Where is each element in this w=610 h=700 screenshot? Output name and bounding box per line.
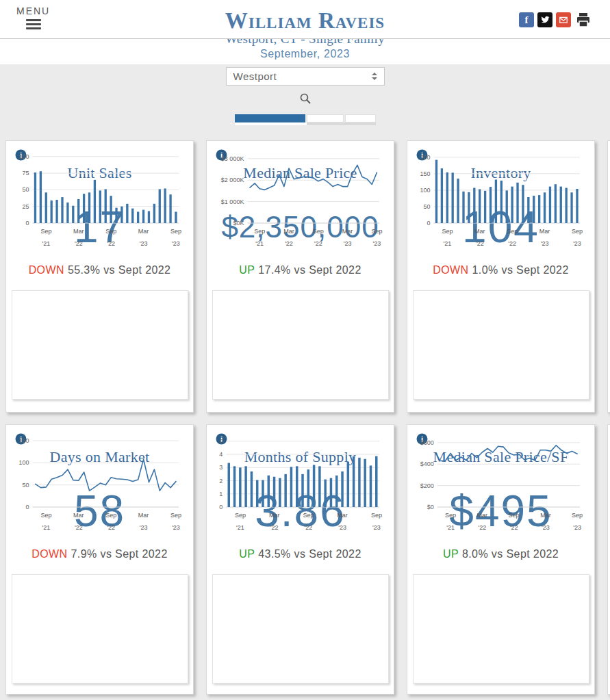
- svg-text:Mar: Mar: [73, 512, 84, 519]
- svg-text:Mar: Mar: [73, 228, 84, 235]
- svg-text:Sep: Sep: [254, 228, 265, 235]
- info-icon[interactable]: i 012345Sep'21Mar'22Sep'22Mar'23Sep'23: [216, 433, 384, 536]
- social-icons: f: [519, 12, 592, 27]
- change-direction: UP: [239, 264, 255, 276]
- svg-text:'22: '22: [305, 524, 313, 531]
- svg-text:Sep: Sep: [235, 512, 246, 519]
- svg-text:0: 0: [219, 504, 223, 510]
- svg-text:Sep: Sep: [40, 512, 51, 519]
- twitter-icon[interactable]: [537, 12, 552, 27]
- svg-text:'22: '22: [476, 240, 484, 247]
- svg-text:'22: '22: [270, 524, 279, 531]
- stat-card-partial: [607, 424, 610, 695]
- svg-text:Sep: Sep: [313, 228, 324, 235]
- region-select[interactable]: Westport: [226, 67, 385, 86]
- info-icon[interactable]: i $0$200$400$600Sep'21Mar'22Sep'22Mar'23…: [416, 433, 585, 536]
- svg-text:$0: $0: [427, 504, 434, 510]
- svg-text:Sep: Sep: [371, 228, 382, 235]
- stat-card-partial: [607, 140, 610, 413]
- search-icon[interactable]: [299, 92, 312, 105]
- progress-segment: [345, 114, 375, 122]
- card-change: UP8.0% vs Sept 2022: [407, 548, 594, 560]
- svg-text:$200: $200: [420, 482, 434, 489]
- svg-text:25: 25: [23, 203, 29, 210]
- svg-text:Mar: Mar: [283, 228, 294, 235]
- report-location: Westport, CT - Single Family: [0, 39, 610, 46]
- card-change: UP17.4% vs Sept 2022: [207, 264, 394, 276]
- change-direction: UP: [443, 548, 459, 560]
- svg-text:'23: '23: [172, 524, 180, 531]
- chart-svg: [12, 578, 218, 680]
- svg-text:Sep: Sep: [170, 228, 181, 235]
- svg-text:Sep: Sep: [303, 512, 314, 519]
- svg-text:'21: '21: [255, 240, 264, 247]
- card-row-2: i 050100150Sep'21Mar'22Sep'22Mar'23Sep'2…: [5, 424, 610, 695]
- svg-text:Mar: Mar: [539, 228, 550, 235]
- svg-text:$2 000K: $2 000K: [221, 177, 244, 183]
- info-icon[interactable]: i 050100150200Sep'21Mar'22Sep'22Mar'23Se…: [416, 149, 585, 252]
- svg-text:Sep: Sep: [445, 512, 456, 519]
- svg-text:Sep: Sep: [40, 228, 51, 235]
- svg-text:200: 200: [420, 154, 431, 161]
- svg-text:0: 0: [26, 504, 29, 510]
- svg-text:Mar: Mar: [269, 512, 280, 519]
- svg-text:Sep: Sep: [105, 512, 116, 519]
- stat-card: i $0$200$400$600Sep'21Mar'22Sep'22Mar'23…: [407, 424, 595, 695]
- svg-text:Sep: Sep: [572, 512, 583, 519]
- svg-text:150: 150: [420, 170, 431, 177]
- svg-text:'22: '22: [75, 240, 83, 247]
- svg-text:100: 100: [19, 459, 29, 466]
- svg-text:'23: '23: [140, 524, 148, 531]
- svg-text:100: 100: [420, 187, 431, 194]
- change-direction: UP: [239, 548, 255, 560]
- svg-text:2: 2: [219, 478, 223, 484]
- svg-text:'22: '22: [107, 240, 115, 247]
- card-row-1: i 0255075100Sep'21Mar'22Sep'22Mar'23Sep'…: [5, 140, 610, 413]
- chart-svg: [414, 578, 610, 680]
- info-icon[interactable]: i 0255075100Sep'21Mar'22Sep'22Mar'23Sep'…: [15, 149, 183, 252]
- svg-text:Mar: Mar: [474, 228, 485, 235]
- change-text: 43.5% vs Sept 2022: [258, 548, 361, 560]
- change-direction: DOWN: [433, 264, 468, 276]
- svg-text:5: 5: [219, 438, 223, 445]
- change-text: 55.3% vs Sept 2022: [68, 264, 170, 276]
- progress-segments: [235, 114, 376, 122]
- select-stepper-icon: [372, 73, 377, 80]
- mini-chart: [413, 290, 589, 400]
- info-icon[interactable]: i $0K$1 000K$2 000K$3 000KSep'21Mar'22Se…: [216, 149, 384, 252]
- svg-text:'23: '23: [373, 240, 381, 247]
- svg-text:'23: '23: [344, 240, 352, 247]
- svg-text:75: 75: [23, 170, 29, 177]
- svg-text:4: 4: [219, 451, 223, 458]
- info-icon[interactable]: i 050100150Sep'21Mar'22Sep'22Mar'23Sep'2…: [15, 433, 183, 536]
- stat-card: i 012345Sep'21Mar'22Sep'22Mar'23Sep'23 M…: [206, 424, 394, 695]
- card-change: DOWN7.9% vs Sept 2022: [6, 548, 193, 560]
- svg-text:Mar: Mar: [477, 512, 488, 519]
- report-subtitle: Westport, CT - Single Family September, …: [0, 39, 610, 64]
- location-clip: Westport, CT - Single Family: [0, 39, 610, 46]
- svg-text:'21: '21: [42, 524, 51, 531]
- svg-text:'22: '22: [508, 240, 516, 247]
- progress-bar: [235, 114, 376, 125]
- svg-text:'22: '22: [107, 524, 115, 531]
- svg-text:$400: $400: [420, 461, 434, 467]
- change-text: 1.0% vs Sept 2022: [472, 264, 569, 276]
- svg-text:'23: '23: [372, 524, 381, 531]
- svg-text:'23: '23: [541, 240, 549, 247]
- card-change: DOWN55.3% vs Sept 2022: [6, 264, 193, 276]
- change-text: 8.0% vs Sept 2022: [462, 548, 559, 560]
- svg-text:Sep: Sep: [105, 228, 116, 235]
- svg-text:'22: '22: [75, 524, 83, 531]
- svg-text:'23: '23: [338, 524, 346, 531]
- facebook-icon[interactable]: f: [519, 12, 534, 27]
- svg-text:Sep: Sep: [442, 228, 453, 235]
- svg-text:0: 0: [427, 220, 431, 226]
- svg-text:'21: '21: [446, 524, 455, 531]
- print-icon[interactable]: [574, 12, 592, 27]
- gmail-icon[interactable]: [556, 12, 571, 27]
- stat-card: i 0255075100Sep'21Mar'22Sep'22Mar'23Sep'…: [5, 140, 194, 413]
- progress-underline: [235, 122, 376, 125]
- svg-text:Mar: Mar: [138, 228, 149, 235]
- progress-segment-filled: [235, 114, 305, 122]
- svg-text:Sep: Sep: [371, 512, 382, 519]
